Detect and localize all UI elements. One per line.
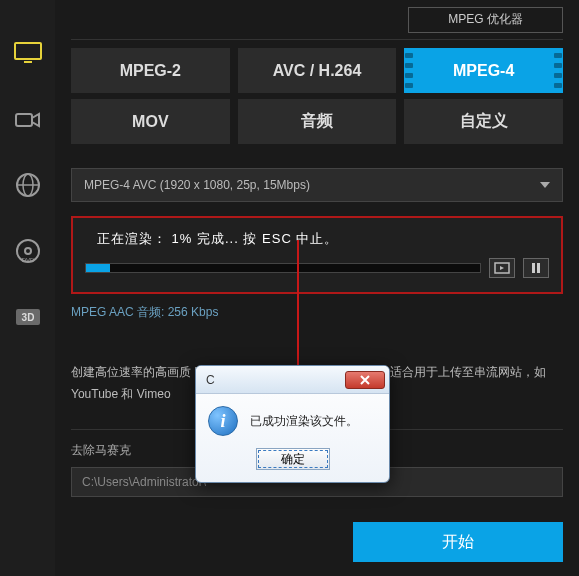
film-edge-icon bbox=[402, 48, 416, 93]
dropdown-selected: MPEG-4 AVC (1920 x 1080, 25p, 15Mbps) bbox=[84, 178, 310, 192]
audio-codec-info: MPEG AAC 音频: 256 Kbps bbox=[71, 304, 563, 321]
globe-icon[interactable] bbox=[13, 172, 43, 198]
start-button[interactable]: 开始 bbox=[353, 522, 563, 562]
disc-icon[interactable]: DVD bbox=[13, 238, 43, 264]
dialog-message: 已成功渲染该文件。 bbox=[250, 413, 358, 430]
svg-rect-1 bbox=[24, 61, 32, 63]
svg-rect-2 bbox=[16, 114, 32, 126]
svg-rect-0 bbox=[15, 43, 41, 59]
dialog-title-text: C bbox=[206, 373, 215, 387]
format-tabs-row1: MPEG-2 AVC / H.264 MPEG-4 bbox=[71, 48, 563, 93]
render-status-text: 正在渲染： 1% 完成... 按 ESC 中止。 bbox=[85, 230, 549, 248]
close-icon bbox=[360, 375, 370, 385]
success-dialog: C i 已成功渲染该文件。 确定 bbox=[195, 365, 390, 483]
sidebar: DVD 3D bbox=[0, 0, 55, 576]
main-panel: MPEG 优化器 MPEG-2 AVC / H.264 MPEG-4 MOV 音… bbox=[55, 0, 579, 576]
info-icon: i bbox=[208, 406, 238, 436]
svg-text:3D: 3D bbox=[21, 312, 34, 323]
monitor-icon[interactable] bbox=[13, 40, 43, 66]
optimizer-label: MPEG 优化器 bbox=[448, 11, 523, 28]
progress-fill bbox=[86, 264, 110, 272]
camcorder-icon[interactable] bbox=[13, 106, 43, 132]
film-edge-icon bbox=[551, 48, 565, 93]
tab-custom[interactable]: 自定义 bbox=[404, 99, 563, 144]
three-d-icon[interactable]: 3D bbox=[13, 304, 43, 330]
chevron-down-icon bbox=[540, 182, 550, 188]
render-progress-panel: 正在渲染： 1% 完成... 按 ESC 中止。 bbox=[71, 216, 563, 294]
tab-mov[interactable]: MOV bbox=[71, 99, 230, 144]
tab-audio[interactable]: 音频 bbox=[238, 99, 397, 144]
svg-text:DVD: DVD bbox=[21, 257, 34, 263]
progress-bar bbox=[85, 263, 481, 273]
dialog-titlebar[interactable]: C bbox=[196, 366, 389, 394]
pause-button[interactable] bbox=[523, 258, 549, 278]
tab-mpeg2[interactable]: MPEG-2 bbox=[71, 48, 230, 93]
tab-avc-h264[interactable]: AVC / H.264 bbox=[238, 48, 397, 93]
format-tabs-row2: MOV 音频 自定义 bbox=[71, 99, 563, 144]
dialog-close-button[interactable] bbox=[345, 371, 385, 389]
dialog-ok-button[interactable]: 确定 bbox=[256, 448, 330, 470]
svg-point-7 bbox=[25, 248, 31, 254]
tab-mpeg4[interactable]: MPEG-4 bbox=[404, 48, 563, 93]
svg-rect-12 bbox=[532, 263, 535, 273]
format-preset-dropdown[interactable]: MPEG-4 AVC (1920 x 1080, 25p, 15Mbps) bbox=[71, 168, 563, 202]
mpeg-optimizer-button[interactable]: MPEG 优化器 bbox=[408, 7, 563, 33]
preview-toggle-button[interactable] bbox=[489, 258, 515, 278]
svg-rect-13 bbox=[537, 263, 540, 273]
